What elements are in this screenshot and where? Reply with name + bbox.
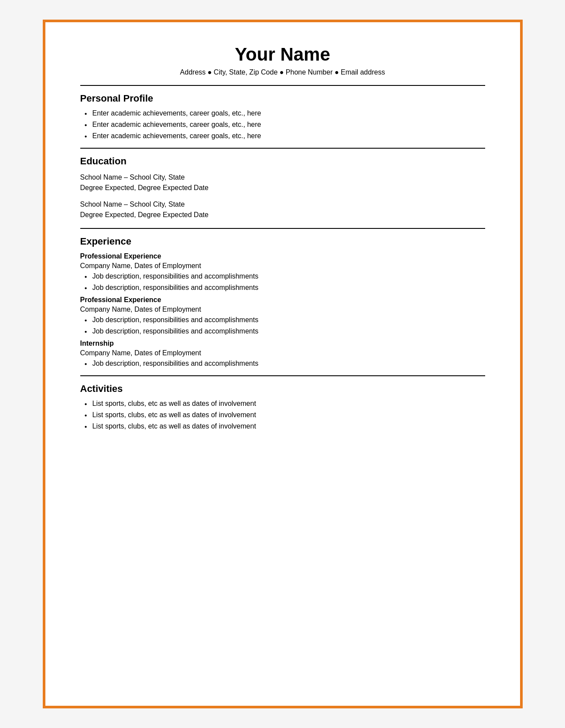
list-item: List sports, clubs, etc as well as dates…	[85, 422, 485, 430]
exp-company-1: Company Name, Dates of Employment	[80, 262, 485, 270]
experience-sub-2: Professional Experience Company Name, Da…	[80, 296, 485, 335]
experience-divider	[80, 375, 485, 376]
exp-company-2: Company Name, Dates of Employment	[80, 306, 485, 313]
exp-list-1: Job description, responsibilities and ac…	[80, 272, 485, 292]
exp-list-3: Job description, responsibilities and ac…	[80, 360, 485, 367]
activities-section: Activities List sports, clubs, etc as we…	[80, 383, 485, 430]
degree-1: Degree Expected, Degree Expected Date	[80, 183, 485, 193]
list-item: Enter academic achievements, career goal…	[85, 132, 485, 140]
list-item: Job description, responsibilities and ac…	[85, 327, 485, 335]
activities-title: Activities	[80, 383, 485, 395]
list-item: List sports, clubs, etc as well as dates…	[85, 411, 485, 419]
degree-2: Degree Expected, Degree Expected Date	[80, 210, 485, 220]
education-section: Education School Name – School City, Sta…	[80, 156, 485, 220]
activities-list: List sports, clubs, etc as well as dates…	[80, 400, 485, 430]
exp-sub-title-2: Professional Experience	[80, 296, 485, 304]
education-entry-1: School Name – School City, State Degree …	[80, 172, 485, 193]
personal-profile-title: Personal Profile	[80, 93, 485, 104]
header-divider	[80, 85, 485, 86]
experience-section: Experience Professional Experience Compa…	[80, 236, 485, 367]
list-item: Job description, responsibilities and ac…	[85, 272, 485, 280]
personal-profile-section: Personal Profile Enter academic achievem…	[80, 93, 485, 140]
list-item: List sports, clubs, etc as well as dates…	[85, 400, 485, 408]
list-item: Enter academic achievements, career goal…	[85, 109, 485, 117]
education-entry-2: School Name – School City, State Degree …	[80, 199, 485, 220]
school-name-1: School Name – School City, State	[80, 172, 485, 183]
school-name-2: School Name – School City, State	[80, 199, 485, 210]
list-item: Job description, responsibilities and ac…	[85, 360, 485, 367]
education-divider	[80, 228, 485, 229]
resume-name: Your Name	[80, 44, 485, 65]
experience-sub-3: Internship Company Name, Dates of Employ…	[80, 340, 485, 367]
resume-container: Your Name Address ● City, State, Zip Cod…	[43, 20, 523, 708]
list-item: Job description, responsibilities and ac…	[85, 284, 485, 292]
exp-sub-title-1: Professional Experience	[80, 252, 485, 260]
exp-company-3: Company Name, Dates of Employment	[80, 349, 485, 357]
resume-header: Your Name Address ● City, State, Zip Cod…	[80, 44, 485, 76]
resume-contact: Address ● City, State, Zip Code ● Phone …	[80, 68, 485, 76]
experience-title: Experience	[80, 236, 485, 247]
exp-sub-title-3: Internship	[80, 340, 485, 347]
page-wrapper: Your Name Address ● City, State, Zip Cod…	[0, 0, 565, 728]
list-item: Enter academic achievements, career goal…	[85, 121, 485, 129]
personal-profile-list: Enter academic achievements, career goal…	[80, 109, 485, 140]
exp-list-2: Job description, responsibilities and ac…	[80, 316, 485, 335]
profile-divider	[80, 148, 485, 149]
list-item: Job description, responsibilities and ac…	[85, 316, 485, 324]
education-title: Education	[80, 156, 485, 167]
experience-sub-1: Professional Experience Company Name, Da…	[80, 252, 485, 292]
